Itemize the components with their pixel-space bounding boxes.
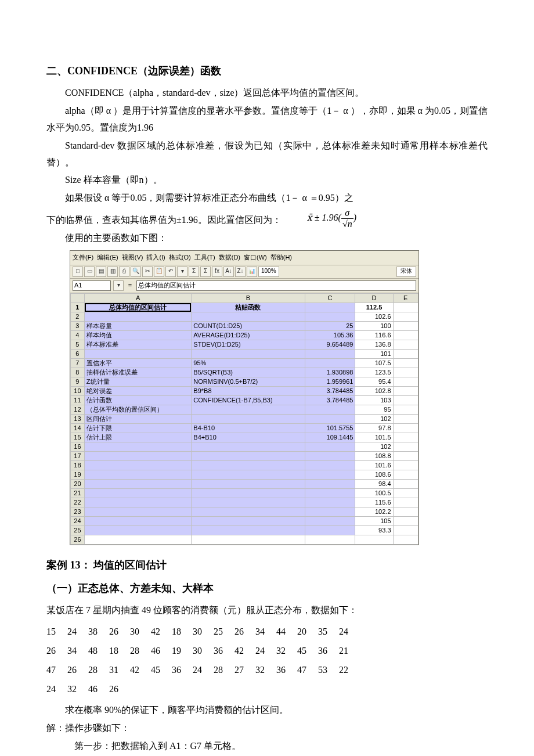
cell[interactable] (393, 433, 418, 442)
cell[interactable] (84, 535, 191, 544)
cell[interactable] (393, 386, 418, 395)
cell[interactable] (305, 535, 355, 544)
cell[interactable]: 25 (305, 321, 355, 330)
cell[interactable] (305, 498, 355, 507)
cell[interactable] (393, 312, 418, 321)
row-header[interactable]: 7 (71, 358, 85, 368)
cell[interactable] (393, 460, 418, 470)
row-header[interactable]: 10 (71, 386, 85, 395)
cell[interactable]: 95.4 (355, 377, 393, 386)
row-header[interactable]: 2 (71, 312, 85, 321)
cell[interactable]: Z统计量 (84, 377, 191, 386)
cell[interactable] (305, 488, 355, 498)
cell[interactable]: 区间估计 (84, 414, 191, 423)
cell[interactable] (393, 507, 418, 516)
cell[interactable] (305, 507, 355, 516)
row-header[interactable]: 8 (71, 368, 85, 377)
cell[interactable] (192, 516, 305, 525)
spreadsheet-grid[interactable]: ABCDE 1总体均值的区间估计粘贴函数112.52102.63样本容量COUN… (70, 293, 418, 545)
cell[interactable]: 估计函数 (84, 395, 191, 405)
cell[interactable]: 136.8 (355, 340, 393, 349)
cell[interactable] (305, 451, 355, 460)
cell[interactable] (192, 470, 305, 479)
cell[interactable]: 95% (192, 358, 305, 368)
menu-item[interactable]: 格式(O) (169, 254, 191, 261)
row-header[interactable]: 17 (71, 451, 85, 460)
cell[interactable]: NORMSINV(0.5+B7/2) (192, 377, 305, 386)
cell[interactable] (84, 460, 191, 470)
cell[interactable] (84, 516, 191, 525)
cell[interactable]: 估计上限 (84, 433, 191, 442)
cell[interactable] (305, 405, 355, 414)
cell[interactable] (393, 470, 418, 479)
row-header[interactable]: 3 (71, 321, 85, 330)
cell[interactable] (192, 414, 305, 423)
cell[interactable] (305, 358, 355, 368)
cell[interactable]: 102.6 (355, 312, 393, 321)
cell[interactable]: 1.930898 (305, 368, 355, 377)
cell[interactable] (305, 479, 355, 488)
cell[interactable]: 估计下限 (84, 423, 191, 433)
row-header[interactable]: 25 (71, 525, 85, 535)
row-header[interactable]: 13 (71, 414, 85, 423)
cell[interactable]: 100.5 (355, 488, 393, 498)
cell[interactable]: 93.3 (355, 525, 393, 535)
standard-toolbar[interactable]: □▭▤▥⎙🔍✂📋↶▾ΣΣfxA↓Z↓📊100%宋体 (70, 265, 418, 279)
cell[interactable]: B5/SQRT(B3) (192, 368, 305, 377)
cell[interactable]: 102 (355, 442, 393, 451)
cell[interactable]: 101 (355, 349, 393, 358)
toolbar-button-icon[interactable]: ⎙ (119, 267, 129, 277)
row-header[interactable]: 21 (71, 488, 85, 498)
cell[interactable]: 103 (355, 395, 393, 405)
menu-item[interactable]: 插入(I) (146, 254, 165, 261)
menu-item[interactable]: 工具(T) (194, 254, 215, 261)
toolbar-button-icon[interactable]: □ (73, 267, 83, 277)
row-header[interactable]: 5 (71, 340, 85, 349)
cell[interactable] (393, 423, 418, 433)
cell[interactable]: 105.36 (305, 330, 355, 340)
menu-item[interactable]: 视图(V) (122, 254, 143, 261)
cell[interactable] (305, 414, 355, 423)
cell[interactable]: 95 (355, 405, 393, 414)
cell[interactable] (84, 507, 191, 516)
menu-item[interactable]: 文件(F) (73, 254, 93, 261)
toolbar-button-icon[interactable]: 📊 (247, 267, 257, 277)
cell[interactable]: 绝对误差 (84, 386, 191, 395)
row-header[interactable]: 1 (71, 303, 85, 312)
cell[interactable]: （总体平均数的置信区间） (84, 405, 191, 414)
cell[interactable]: 107.5 (355, 358, 393, 368)
cell[interactable] (305, 525, 355, 535)
cell[interactable] (305, 303, 355, 312)
cell[interactable]: 112.5 (355, 303, 393, 312)
cell[interactable]: 108.6 (355, 470, 393, 479)
cell[interactable]: 粘贴函数 (192, 303, 305, 312)
font-selector[interactable]: 宋体 (396, 267, 416, 277)
cell[interactable]: 102 (355, 414, 393, 423)
cell[interactable]: 总体均值的区间估计 (84, 303, 191, 312)
cell[interactable] (84, 525, 191, 535)
menu-item[interactable]: 窗口(W) (244, 254, 267, 261)
column-header[interactable]: D (355, 293, 393, 303)
cell[interactable]: 101.5755 (305, 423, 355, 433)
cell[interactable] (192, 498, 305, 507)
cell[interactable] (393, 442, 418, 451)
cell[interactable] (192, 535, 305, 544)
row-header[interactable]: 16 (71, 442, 85, 451)
cell[interactable]: CONFIDENCE(1-B7,B5,B3) (192, 395, 305, 405)
cell[interactable]: 108.8 (355, 451, 393, 460)
cell[interactable] (305, 442, 355, 451)
cell[interactable] (393, 377, 418, 386)
cell[interactable]: 115.6 (355, 498, 393, 507)
cell[interactable] (393, 535, 418, 544)
row-header[interactable]: 12 (71, 405, 85, 414)
cell[interactable]: 109.1445 (305, 433, 355, 442)
cell[interactable] (192, 442, 305, 451)
cell[interactable] (84, 479, 191, 488)
cell[interactable] (393, 368, 418, 377)
cell[interactable] (305, 312, 355, 321)
row-header[interactable]: 4 (71, 330, 85, 340)
cell[interactable]: 9.654489 (305, 340, 355, 349)
select-all-corner[interactable] (71, 293, 85, 303)
toolbar-button-icon[interactable]: ▾ (177, 267, 187, 277)
cell[interactable] (393, 516, 418, 525)
